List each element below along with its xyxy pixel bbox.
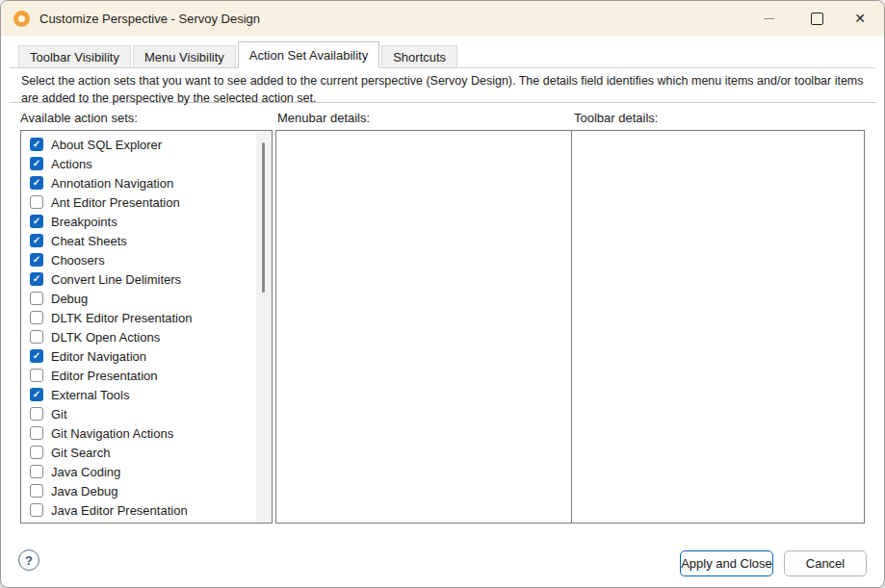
tab-shortcuts[interactable]: Shortcuts [381, 45, 457, 68]
checkbox-unchecked-icon[interactable] [30, 292, 43, 305]
window-title: Customize Perspective - Servoy Design [39, 12, 260, 26]
details-panel-divider [571, 131, 572, 523]
minimize-button[interactable] [754, 1, 783, 36]
checkbox-checked-icon[interactable]: ✓ [30, 234, 43, 247]
action-set-label: Editor Presentation [51, 369, 158, 383]
list-item[interactable]: ✓Cheat Sheets [21, 231, 256, 250]
scrollbar-thumb[interactable] [262, 142, 265, 293]
toolbar-details-label: Toolbar details: [574, 111, 658, 125]
checkbox-unchecked-icon[interactable] [30, 503, 43, 517]
action-set-label: Git Search [51, 446, 110, 460]
maximize-button[interactable] [802, 1, 831, 36]
list-item[interactable]: ✓Breakpoints [21, 212, 256, 231]
checkbox-checked-icon[interactable]: ✓ [30, 253, 43, 267]
customize-perspective-dialog: Customize Perspective - Servoy Design ✕ … [0, 0, 885, 588]
action-set-label: Java Debug [51, 484, 117, 499]
checkbox-checked-icon[interactable]: ✓ [30, 215, 43, 228]
help-icon: ? [25, 553, 33, 568]
list-item[interactable]: ✓Editor Navigation [21, 346, 256, 366]
checkbox-checked-icon[interactable]: ✓ [30, 157, 43, 170]
checkbox-unchecked-icon[interactable] [30, 426, 43, 440]
action-set-label: Convert Line Delimiters [51, 272, 181, 287]
checkbox-unchecked-icon[interactable] [30, 369, 43, 382]
list-item[interactable]: DLTK Editor Presentation [21, 308, 256, 327]
action-set-label: Git [51, 407, 67, 422]
action-set-label: Ant Editor Presentation [51, 195, 180, 210]
list-item[interactable]: Debug [21, 289, 256, 308]
checkbox-unchecked-icon[interactable] [30, 465, 43, 478]
details-panel [275, 130, 865, 524]
minimize-icon [764, 18, 774, 19]
list-item[interactable]: Editor Presentation [21, 366, 256, 385]
list-item[interactable]: Java Editor Presentation [21, 500, 256, 520]
action-set-label: Debug [51, 292, 88, 306]
action-set-label: Java Coding [51, 465, 120, 479]
checkbox-checked-icon[interactable]: ✓ [30, 349, 43, 363]
apply-and-close-button[interactable]: Apply and Close [680, 550, 773, 576]
checkbox-checked-icon[interactable]: ✓ [30, 388, 43, 401]
close-icon: ✕ [854, 12, 866, 25]
action-set-label: Cheat Sheets [51, 234, 127, 248]
list-item[interactable]: ✓About SQL Explorer [21, 135, 256, 154]
list-item[interactable]: Java Debug [21, 481, 256, 500]
checkbox-unchecked-icon[interactable] [30, 407, 43, 421]
list-item[interactable]: Git Search [21, 443, 256, 462]
menubar-details-label: Menubar details: [277, 111, 370, 125]
close-button[interactable]: ✕ [846, 1, 874, 36]
checkbox-unchecked-icon[interactable] [30, 446, 43, 459]
action-set-label: External Tools [51, 388, 129, 402]
action-set-label: Java Editor Presentation [51, 503, 188, 518]
checkbox-checked-icon[interactable]: ✓ [30, 176, 43, 190]
list-item[interactable]: DLTK Open Actions [21, 327, 256, 346]
list-item[interactable]: ✓Actions [21, 154, 256, 173]
action-set-label: About SQL Explorer [51, 138, 162, 152]
help-button[interactable]: ? [18, 550, 39, 571]
tab-menu-visibility[interactable]: Menu Visibility [133, 45, 236, 68]
scrollbar-track[interactable] [256, 131, 272, 523]
action-set-list-box: ✓About SQL Explorer✓Actions✓Annotation N… [20, 130, 273, 524]
action-set-label: Annotation Navigation [51, 176, 173, 191]
action-set-label: Choosers [51, 253, 105, 268]
checkbox-unchecked-icon[interactable] [30, 330, 43, 344]
checkbox-unchecked-icon[interactable] [30, 484, 43, 498]
checkbox-unchecked-icon[interactable] [30, 195, 43, 209]
checkbox-unchecked-icon[interactable] [30, 311, 43, 324]
list-item[interactable]: Ant Editor Presentation [21, 192, 256, 212]
action-set-label: Git Navigation Actions [51, 426, 173, 441]
tab-bar: Toolbar Visibility Menu Visibility Actio… [10, 41, 875, 68]
maximize-icon [811, 13, 823, 25]
checkbox-checked-icon[interactable]: ✓ [30, 138, 43, 151]
action-set-label: Actions [51, 157, 92, 171]
list-item[interactable]: ✓External Tools [21, 385, 256, 404]
available-action-sets-label: Available action sets: [20, 111, 138, 125]
title-bar: Customize Perspective - Servoy Design ✕ [1, 1, 884, 36]
action-set-label: Editor Navigation [51, 349, 146, 364]
list-item[interactable]: ✓Annotation Navigation [21, 173, 256, 192]
tab-action-set-availability[interactable]: Action Set Availability [238, 41, 379, 68]
cancel-button[interactable]: Cancel [784, 550, 867, 576]
description-text: Select the action sets that you want to … [10, 68, 875, 103]
list-item[interactable]: Git [21, 404, 256, 423]
list-item[interactable]: Git Navigation Actions [21, 423, 256, 443]
list-item[interactable]: Java Coding [21, 462, 256, 481]
servoy-logo-icon [13, 11, 30, 27]
checkbox-checked-icon[interactable]: ✓ [30, 272, 43, 286]
action-set-label: Breakpoints [51, 215, 117, 229]
action-set-label: DLTK Open Actions [51, 330, 160, 345]
action-set-label: DLTK Editor Presentation [51, 311, 192, 325]
list-item[interactable]: ✓Choosers [21, 250, 256, 269]
list-item[interactable]: ✓Convert Line Delimiters [21, 269, 256, 289]
action-set-list: ✓About SQL Explorer✓Actions✓Annotation N… [21, 131, 256, 523]
tab-toolbar-visibility[interactable]: Toolbar Visibility [18, 45, 131, 68]
